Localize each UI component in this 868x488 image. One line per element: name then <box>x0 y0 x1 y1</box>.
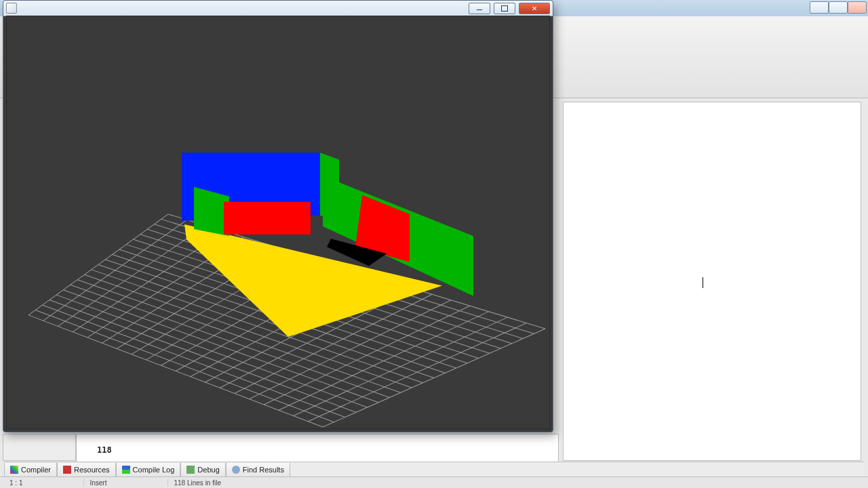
status-cursor-pos: 1 : 1 <box>9 479 22 487</box>
bottom-tab-strip: Compiler Resources Compile Log Debug Fin… <box>4 462 864 477</box>
maximize-button[interactable] <box>494 3 515 14</box>
tab-label: Resources <box>74 466 110 474</box>
tab-label: Compile Log <box>133 466 175 474</box>
code-editor[interactable] <box>563 102 861 461</box>
opengl-titlebar[interactable]: ✕ <box>3 1 553 16</box>
tab-compiler[interactable]: Compiler <box>4 463 57 477</box>
tab-find-results[interactable]: Find Results <box>226 463 290 477</box>
tab-compile-log[interactable]: Compile Log <box>116 463 181 477</box>
text-caret <box>703 277 703 288</box>
tab-label: Debug <box>197 466 219 474</box>
viewport-3d[interactable] <box>6 16 550 429</box>
tab-resources[interactable]: Resources <box>57 463 116 477</box>
editor-gutter-strip: 118 <box>3 434 559 460</box>
status-lines: 118 Lines in file <box>167 479 221 487</box>
app-icon <box>6 3 17 14</box>
debug-icon <box>186 466 195 474</box>
ide-close-button[interactable] <box>848 1 867 14</box>
tab-debug[interactable]: Debug <box>180 463 225 477</box>
line-number: 118 <box>97 445 112 455</box>
tab-label: Compiler <box>21 466 51 474</box>
gutter-margin <box>3 434 76 461</box>
find-icon <box>232 466 240 474</box>
status-mode: Insert <box>83 479 106 487</box>
ide-maximize-button[interactable] <box>829 1 848 14</box>
status-bar: 1 : 1 Insert 118 Lines in file <box>0 476 868 488</box>
compiler-icon <box>10 466 18 474</box>
scene-svg <box>7 16 549 428</box>
resources-icon <box>63 466 71 474</box>
close-button[interactable]: ✕ <box>519 3 550 14</box>
ide-minimize-button[interactable] <box>810 1 829 14</box>
cube-left <box>224 202 311 235</box>
minimize-button[interactable] <box>469 3 490 14</box>
opengl-window[interactable]: ✕ <box>3 0 553 432</box>
compile-log-icon <box>122 466 130 474</box>
tab-label: Find Results <box>243 466 284 474</box>
